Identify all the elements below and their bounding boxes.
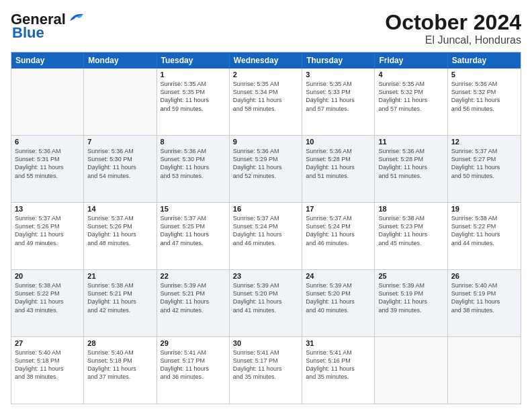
calendar-row-0: 1Sunrise: 5:35 AM Sunset: 5:35 PM Daylig…: [11, 68, 521, 135]
calendar-cell-0-1: [84, 68, 157, 135]
header-thursday: Thursday: [302, 52, 375, 68]
header-tuesday: Tuesday: [157, 52, 230, 68]
header-monday: Monday: [84, 52, 157, 68]
day-info: Sunrise: 5:37 AM Sunset: 5:26 PM Dayligh…: [87, 214, 152, 247]
calendar-cell-3-0: 20Sunrise: 5:38 AM Sunset: 5:22 PM Dayli…: [11, 270, 84, 336]
calendar-cell-0-4: 3Sunrise: 5:35 AM Sunset: 5:33 PM Daylig…: [302, 68, 375, 135]
day-number: 9: [233, 138, 298, 146]
day-info: Sunrise: 5:38 AM Sunset: 5:23 PM Dayligh…: [378, 214, 443, 247]
calendar-cell-2-4: 17Sunrise: 5:37 AM Sunset: 5:24 PM Dayli…: [302, 203, 375, 269]
calendar-cell-0-5: 4Sunrise: 5:35 AM Sunset: 5:32 PM Daylig…: [375, 68, 447, 135]
day-info: Sunrise: 5:37 AM Sunset: 5:27 PM Dayligh…: [451, 147, 517, 180]
calendar-row-2: 13Sunrise: 5:37 AM Sunset: 5:26 PM Dayli…: [11, 202, 521, 269]
day-number: 26: [451, 272, 517, 280]
day-number: 10: [306, 138, 371, 146]
calendar-cell-1-3: 9Sunrise: 5:36 AM Sunset: 5:29 PM Daylig…: [230, 136, 302, 202]
day-number: 11: [378, 138, 443, 146]
day-info: Sunrise: 5:36 AM Sunset: 5:32 PM Dayligh…: [451, 80, 517, 113]
calendar-cell-4-5: [375, 337, 447, 404]
day-info: Sunrise: 5:35 AM Sunset: 5:33 PM Dayligh…: [306, 80, 371, 113]
calendar-cell-4-6: [448, 337, 521, 404]
day-number: 31: [306, 339, 371, 347]
day-info: Sunrise: 5:41 AM Sunset: 5:17 PM Dayligh…: [161, 349, 226, 381]
day-number: 15: [161, 205, 226, 213]
calendar-cell-4-3: 30Sunrise: 5:41 AM Sunset: 5:17 PM Dayli…: [230, 337, 302, 404]
calendar-row-3: 20Sunrise: 5:38 AM Sunset: 5:22 PM Dayli…: [11, 269, 521, 336]
day-number: 5: [451, 71, 517, 79]
calendar-cell-0-0: [11, 68, 84, 135]
calendar-cell-3-5: 25Sunrise: 5:39 AM Sunset: 5:19 PM Dayli…: [375, 270, 447, 336]
day-info: Sunrise: 5:39 AM Sunset: 5:19 PM Dayligh…: [378, 281, 443, 314]
calendar-cell-4-0: 27Sunrise: 5:40 AM Sunset: 5:18 PM Dayli…: [11, 337, 84, 404]
day-info: Sunrise: 5:36 AM Sunset: 5:28 PM Dayligh…: [306, 147, 371, 180]
day-number: 22: [161, 272, 226, 280]
day-number: 23: [233, 272, 298, 280]
day-number: 28: [87, 339, 152, 347]
calendar-cell-1-4: 10Sunrise: 5:36 AM Sunset: 5:28 PM Dayli…: [302, 136, 375, 202]
day-number: 8: [161, 138, 226, 146]
header-wednesday: Wednesday: [230, 52, 302, 68]
day-info: Sunrise: 5:37 AM Sunset: 5:25 PM Dayligh…: [161, 214, 226, 247]
header-sunday: Sunday: [11, 52, 84, 68]
day-number: 21: [87, 272, 152, 280]
day-info: Sunrise: 5:36 AM Sunset: 5:31 PM Dayligh…: [15, 147, 80, 180]
calendar-cell-3-2: 22Sunrise: 5:39 AM Sunset: 5:21 PM Dayli…: [157, 270, 230, 336]
calendar-body: 1Sunrise: 5:35 AM Sunset: 5:35 PM Daylig…: [11, 68, 521, 404]
day-number: 16: [233, 205, 298, 213]
calendar-cell-1-6: 12Sunrise: 5:37 AM Sunset: 5:27 PM Dayli…: [448, 136, 521, 202]
calendar-cell-3-4: 24Sunrise: 5:39 AM Sunset: 5:20 PM Dayli…: [302, 270, 375, 336]
day-number: 25: [378, 272, 443, 280]
calendar-cell-2-5: 18Sunrise: 5:38 AM Sunset: 5:23 PM Dayli…: [375, 203, 447, 269]
calendar-cell-4-2: 29Sunrise: 5:41 AM Sunset: 5:17 PM Dayli…: [157, 337, 230, 404]
day-number: 3: [306, 71, 371, 79]
calendar-subtitle: El Juncal, Honduras: [385, 34, 521, 46]
day-number: 24: [306, 272, 371, 280]
header-friday: Friday: [375, 52, 447, 68]
logo-bird-icon: [67, 11, 86, 24]
calendar: Sunday Monday Tuesday Wednesday Thursday…: [11, 52, 521, 404]
day-number: 14: [87, 205, 152, 213]
day-number: 19: [451, 205, 517, 213]
calendar-cell-0-3: 2Sunrise: 5:35 AM Sunset: 5:34 PM Daylig…: [230, 68, 302, 135]
calendar-cell-3-1: 21Sunrise: 5:38 AM Sunset: 5:21 PM Dayli…: [84, 270, 157, 336]
calendar-cell-2-0: 13Sunrise: 5:37 AM Sunset: 5:26 PM Dayli…: [11, 203, 84, 269]
day-info: Sunrise: 5:39 AM Sunset: 5:21 PM Dayligh…: [161, 281, 226, 314]
day-info: Sunrise: 5:37 AM Sunset: 5:24 PM Dayligh…: [233, 214, 298, 247]
day-number: 13: [15, 205, 80, 213]
calendar-cell-2-3: 16Sunrise: 5:37 AM Sunset: 5:24 PM Dayli…: [230, 203, 302, 269]
page: General Blue October 2024 El Juncal, Hon…: [0, 0, 532, 411]
calendar-cell-4-4: 31Sunrise: 5:41 AM Sunset: 5:16 PM Dayli…: [302, 337, 375, 404]
calendar-cell-0-6: 5Sunrise: 5:36 AM Sunset: 5:32 PM Daylig…: [448, 68, 521, 135]
day-info: Sunrise: 5:41 AM Sunset: 5:17 PM Dayligh…: [233, 349, 298, 381]
day-info: Sunrise: 5:38 AM Sunset: 5:22 PM Dayligh…: [451, 214, 517, 247]
day-number: 12: [451, 138, 517, 146]
calendar-cell-1-2: 8Sunrise: 5:36 AM Sunset: 5:30 PM Daylig…: [157, 136, 230, 202]
calendar-cell-1-1: 7Sunrise: 5:36 AM Sunset: 5:30 PM Daylig…: [84, 136, 157, 202]
calendar-title: October 2024: [385, 11, 521, 34]
calendar-cell-1-0: 6Sunrise: 5:36 AM Sunset: 5:31 PM Daylig…: [11, 136, 84, 202]
day-info: Sunrise: 5:41 AM Sunset: 5:16 PM Dayligh…: [306, 349, 371, 381]
logo: General Blue: [11, 11, 86, 42]
calendar-cell-1-5: 11Sunrise: 5:36 AM Sunset: 5:28 PM Dayli…: [375, 136, 447, 202]
day-number: 20: [15, 272, 80, 280]
day-info: Sunrise: 5:36 AM Sunset: 5:30 PM Dayligh…: [87, 147, 152, 180]
day-number: 6: [15, 138, 80, 146]
day-info: Sunrise: 5:35 AM Sunset: 5:32 PM Dayligh…: [378, 80, 443, 113]
day-number: 30: [233, 339, 298, 347]
day-info: Sunrise: 5:38 AM Sunset: 5:21 PM Dayligh…: [87, 281, 152, 314]
day-info: Sunrise: 5:38 AM Sunset: 5:22 PM Dayligh…: [15, 281, 80, 314]
day-number: 7: [87, 138, 152, 146]
calendar-header: Sunday Monday Tuesday Wednesday Thursday…: [11, 52, 521, 68]
calendar-cell-3-6: 26Sunrise: 5:40 AM Sunset: 5:19 PM Dayli…: [448, 270, 521, 336]
day-number: 18: [378, 205, 443, 213]
title-block: October 2024 El Juncal, Honduras: [385, 11, 521, 46]
day-info: Sunrise: 5:36 AM Sunset: 5:28 PM Dayligh…: [378, 147, 443, 180]
day-info: Sunrise: 5:39 AM Sunset: 5:20 PM Dayligh…: [233, 281, 298, 314]
calendar-row-1: 6Sunrise: 5:36 AM Sunset: 5:31 PM Daylig…: [11, 135, 521, 202]
calendar-row-4: 27Sunrise: 5:40 AM Sunset: 5:18 PM Dayli…: [11, 336, 521, 404]
day-info: Sunrise: 5:39 AM Sunset: 5:20 PM Dayligh…: [306, 281, 371, 314]
calendar-cell-3-3: 23Sunrise: 5:39 AM Sunset: 5:20 PM Dayli…: [230, 270, 302, 336]
day-info: Sunrise: 5:37 AM Sunset: 5:26 PM Dayligh…: [15, 214, 80, 247]
day-info: Sunrise: 5:36 AM Sunset: 5:29 PM Dayligh…: [233, 147, 298, 180]
day-info: Sunrise: 5:37 AM Sunset: 5:24 PM Dayligh…: [306, 214, 371, 247]
